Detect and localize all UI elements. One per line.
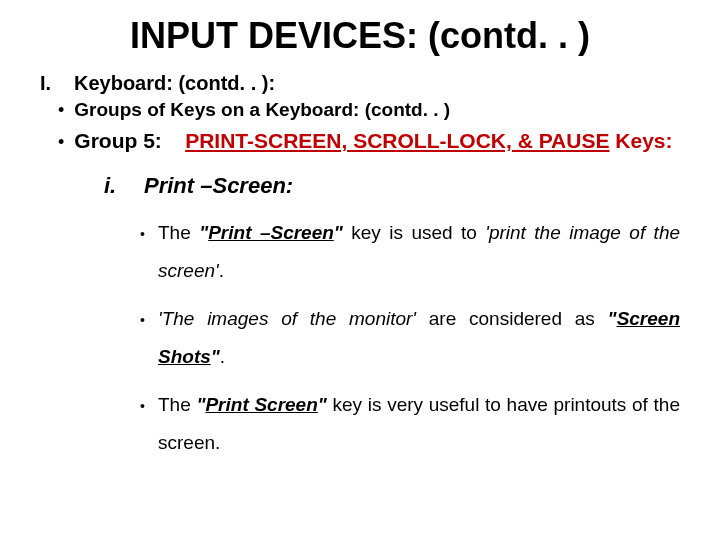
bullet-icon: • <box>140 308 158 333</box>
outline-heading: Keyboard: (contd. . ): <box>74 71 275 95</box>
q-close: " <box>334 222 343 243</box>
bullet-icon: • <box>58 133 64 151</box>
roman-numeral: I. <box>40 71 74 95</box>
t: The <box>158 394 196 415</box>
group-5-text: Group 5: PRINT-SCREEN, SCROLL-LOCK, & PA… <box>74 128 672 153</box>
t: The <box>158 222 199 243</box>
para-1: • The "Print –Screen" key is used to 'pr… <box>140 214 680 290</box>
sub-item-block: i. Print –Screen: <box>104 173 680 199</box>
sub-item-title: Print –Screen: <box>144 173 293 199</box>
group-5-label: Group 5: <box>74 129 162 152</box>
group-5-suffix: Keys: <box>609 129 672 152</box>
group-5-line: • Group 5: PRINT-SCREEN, SCROLL-LOCK, & … <box>58 128 680 153</box>
bullet-icon: • <box>58 101 64 119</box>
para-3: • The "Print Screen" key is very useful … <box>140 386 680 462</box>
para-1-text: The "Print –Screen" key is used to 'prin… <box>158 214 680 290</box>
t: are considered as <box>416 308 608 329</box>
slide-title: INPUT DEVICES: (contd. . ) <box>40 14 680 57</box>
outline-sub1: Groups of Keys on a Keyboard: (contd. . … <box>74 99 450 122</box>
outline-level-2: • Groups of Keys on a Keyboard: (contd. … <box>58 99 680 122</box>
sub-item-head: i. Print –Screen: <box>104 173 680 199</box>
t: . <box>219 260 224 281</box>
outline-level-1: I. Keyboard: (contd. . ): <box>40 71 680 95</box>
para-2: • 'The images of the monitor' are consid… <box>140 300 680 376</box>
q-open: " <box>608 308 617 329</box>
print-screen-term-2: Print Screen <box>205 394 317 415</box>
t: . <box>220 346 225 367</box>
q-close: " <box>211 346 220 367</box>
group-5-keys: PRINT-SCREEN, SCROLL-LOCK, & PAUSE <box>185 129 609 152</box>
bullet-icon: • <box>140 222 158 247</box>
bullet-icon: • <box>140 394 158 419</box>
q-open: " <box>199 222 208 243</box>
paragraph-list: • The "Print –Screen" key is used to 'pr… <box>140 214 680 462</box>
para-2-text: 'The images of the monitor' are consider… <box>158 300 680 376</box>
slide-root: INPUT DEVICES: (contd. . ) I. Keyboard: … <box>0 0 720 540</box>
t: key is used to <box>343 222 485 243</box>
para-3-text: The "Print Screen" key is very useful to… <box>158 386 680 462</box>
sub-item-num: i. <box>104 173 144 199</box>
phrase: 'The images of the monitor' <box>158 308 416 329</box>
print-screen-term: Print –Screen <box>208 222 334 243</box>
q-close: " <box>318 394 327 415</box>
